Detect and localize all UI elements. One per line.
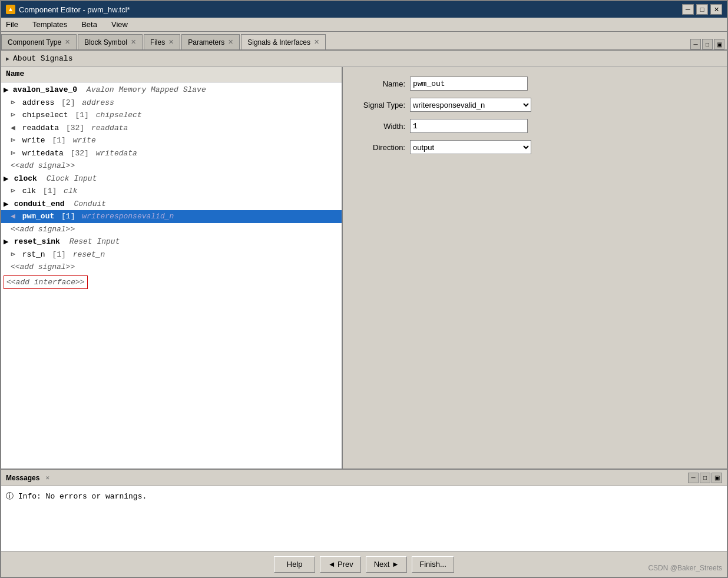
tab-signals-interfaces-label: Signals & Interfaces: [247, 38, 310, 46]
messages-tab-close[interactable]: ✕: [45, 474, 49, 481]
tree-add-signal-avalon[interactable]: <<add signal>>: [1, 160, 342, 172]
tree-node-conduit[interactable]: ▶ conduit_end Conduit: [1, 198, 342, 211]
prev-button[interactable]: ◄ Prev: [320, 556, 361, 573]
maximize-button[interactable]: □: [696, 4, 708, 15]
tree-signal-writedata[interactable]: ⊳ writedata [32] writedata: [1, 147, 342, 160]
tab-parameters[interactable]: Parameters ✕: [181, 34, 240, 49]
tab-minimize-button[interactable]: ─: [690, 39, 701, 49]
tree-signal-write[interactable]: ⊳ write [1] write: [1, 134, 342, 147]
tree-signal-readdata[interactable]: ◀ readdata [32] readdata: [1, 122, 342, 135]
tab-files-label: Files: [150, 38, 165, 46]
tab-signals-interfaces-close[interactable]: ✕: [314, 38, 319, 46]
tree-content: ▶ avalon_slave_0 Avalon Memory Mapped Sl…: [1, 82, 342, 469]
tab-maximize-button[interactable]: ▣: [714, 39, 724, 49]
tree-signal-rst-n[interactable]: ⊳ rst_n [1] reset_n: [1, 248, 342, 261]
tab-restore-button[interactable]: □: [702, 39, 713, 49]
bottom-bar: Help ◄ Prev Next ► Finish...: [1, 551, 727, 577]
close-button[interactable]: ✕: [710, 4, 722, 15]
tree-signal-chipselect[interactable]: ⊳ chipselect [1] chipselect: [1, 109, 342, 122]
right-pane: Name: Signal Type: writeresponsevalid_nd…: [343, 67, 727, 469]
tab-block-symbol-label: Block Symbol: [84, 38, 127, 46]
tab-parameters-close[interactable]: ✕: [228, 38, 233, 46]
messages-restore-button[interactable]: □: [700, 473, 710, 483]
about-signals-label: About Signals: [13, 54, 72, 63]
messages-text: ⓘ Info: No errors or warnings.: [6, 492, 147, 501]
app-icon: ▲: [6, 5, 15, 14]
name-input[interactable]: [410, 77, 528, 91]
menu-file[interactable]: File: [4, 19, 21, 30]
width-input[interactable]: [410, 119, 528, 133]
messages-maximize-button[interactable]: ▣: [712, 473, 722, 483]
window-title: Component Editor - pwm_hw.tcl*: [19, 5, 130, 14]
tree-node-avalon-slave[interactable]: ▶ avalon_slave_0 Avalon Memory Mapped Sl…: [1, 84, 342, 97]
property-row-width: Width:: [352, 119, 717, 133]
tabs-bar: Component Type ✕ Block Symbol ✕ Files ✕ …: [1, 32, 727, 51]
signal-type-select[interactable]: writeresponsevalid_ndataexport: [410, 98, 531, 112]
tree-signal-address[interactable]: ⊳ address [2] address: [1, 97, 342, 109]
minimize-button[interactable]: ─: [682, 4, 694, 15]
tab-block-symbol[interactable]: Block Symbol ✕: [78, 34, 143, 49]
property-row-name: Name:: [352, 77, 717, 91]
messages-content: ⓘ Info: No errors or warnings.: [1, 486, 727, 551]
help-button[interactable]: Help: [274, 556, 315, 573]
next-button[interactable]: Next ►: [366, 556, 407, 573]
menubar: File Templates Beta View: [1, 18, 727, 32]
tab-files-close[interactable]: ✕: [168, 38, 174, 46]
name-label: Name:: [352, 79, 405, 88]
tab-parameters-label: Parameters: [188, 38, 224, 46]
left-pane: Name ▶ avalon_slave_0 Avalon Memory Mapp…: [1, 67, 343, 469]
menu-beta[interactable]: Beta: [79, 19, 100, 30]
signal-type-label: Signal Type:: [352, 101, 405, 109]
titlebar: ▲ Component Editor - pwm_hw.tcl* ─ □ ✕: [1, 1, 727, 18]
direction-select[interactable]: outputinputbidir: [410, 140, 531, 154]
tab-files[interactable]: Files ✕: [144, 34, 180, 49]
tab-component-type-label: Component Type: [8, 38, 61, 46]
messages-minimize-button[interactable]: ─: [688, 473, 699, 483]
tree-signal-clk[interactable]: ⊳ clk [1] clk: [1, 185, 342, 198]
watermark: CSDN @Baker_Streets: [648, 564, 722, 572]
about-signals-bar: ▶ About Signals: [1, 51, 727, 67]
direction-label: Direction:: [352, 143, 405, 152]
messages-header: Messages ✕ ─ □ ▣: [1, 470, 727, 486]
width-label: Width:: [352, 122, 405, 131]
messages-title: Messages: [6, 474, 39, 482]
menu-templates[interactable]: Templates: [30, 19, 70, 30]
messages-panel: Messages ✕ ─ □ ▣ ⓘ Info: No errors or wa…: [1, 469, 727, 551]
tree-node-clock[interactable]: ▶ clock Clock Input: [1, 172, 342, 185]
tab-component-type-close[interactable]: ✕: [65, 38, 70, 46]
tree-add-signal-conduit[interactable]: <<add signal>>: [1, 223, 342, 236]
tree-add-signal-reset[interactable]: <<add signal>>: [1, 261, 342, 274]
tree-header: Name: [1, 67, 342, 82]
property-row-signal-type: Signal Type: writeresponsevalid_ndataexp…: [352, 98, 717, 112]
property-row-direction: Direction: outputinputbidir: [352, 140, 717, 154]
tab-component-type[interactable]: Component Type ✕: [1, 34, 77, 49]
tree-add-interface[interactable]: <<add interface>>: [1, 275, 342, 290]
tab-signals-interfaces[interactable]: Signals & Interfaces ✕: [241, 34, 326, 49]
menu-view[interactable]: View: [109, 19, 130, 30]
tree-signal-pwm-out[interactable]: ◀ pwm_out [1] writeresponsevalid_n: [1, 210, 342, 223]
tab-block-symbol-close[interactable]: ✕: [131, 38, 136, 46]
about-signals-expand[interactable]: ▶: [6, 55, 9, 62]
tree-node-reset-sink[interactable]: ▶ reset_sink Reset Input: [1, 235, 342, 248]
finish-button[interactable]: Finish...: [412, 556, 454, 573]
